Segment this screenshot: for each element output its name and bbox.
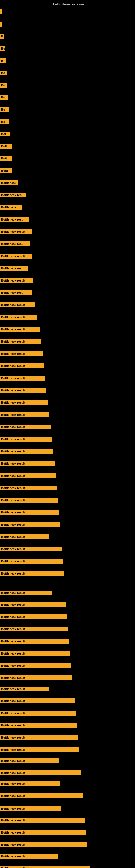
- bar-item: Bottleneck result: [0, 461, 54, 466]
- bar-item: Bottleneck resu: [0, 217, 29, 222]
- bar-item: Bottleneck result: [0, 723, 77, 728]
- bar-item: Bottleneck result: [0, 449, 53, 454]
- bar-item: Bottleneck: [0, 205, 21, 210]
- bar-label: Bottleneck resu: [0, 290, 32, 295]
- bar-label: [0, 22, 2, 27]
- site-title: TheBottlenecker.com: [0, 0, 135, 7]
- bar-label: Bottleneck result: [0, 663, 71, 668]
- bar-item: Bottleneck result: [0, 781, 60, 786]
- bar-item: Bottleneck result: [0, 699, 75, 703]
- bar-label: Bottleneck result: [0, 315, 37, 319]
- bar-item: Bottleneck result: [0, 602, 66, 607]
- bar-item: Bottleneck result: [0, 486, 57, 490]
- bar-label: Bottleneck result: [0, 686, 49, 691]
- bar-label: Bottleneck: [0, 205, 21, 210]
- bar-label: Bott: [0, 156, 12, 161]
- bar-item: Bottleneck result: [0, 854, 58, 859]
- bar-item: Bottleneck result: [0, 627, 68, 631]
- bar-label: Bottleneck result: [0, 547, 61, 552]
- bar-item: Bo: [0, 46, 5, 51]
- bar-label: Bottleneck result: [0, 254, 32, 258]
- bar-item: Bottleneck result: [0, 229, 32, 234]
- bar-item: [0, 9, 2, 14]
- bar-item: Bottleneck result: [0, 639, 69, 644]
- bar-item: Bottleneck result: [0, 711, 76, 716]
- bar-label: Bottleneck result: [0, 758, 58, 763]
- bar-label: Bottleneck result: [0, 449, 53, 454]
- bar-item: Bottleneck result: [0, 254, 32, 258]
- bar-label: Bottleneck result: [0, 486, 57, 490]
- bar-label: Bottleneck result: [0, 854, 58, 859]
- bar-label: Bottleneck result: [0, 303, 35, 307]
- bar-label: Bottleneck res: [0, 266, 28, 271]
- bar-item: Bottleneck result: [0, 510, 59, 515]
- bar-label: [0, 9, 2, 14]
- bar-item: Bottleneck result: [0, 842, 87, 847]
- bar-label: Bottleneck result: [0, 651, 70, 656]
- bar-label: Bottleneck result: [0, 675, 72, 680]
- bar-label: Bottleneck result: [0, 639, 69, 644]
- bar-label: Bottleneck result: [0, 571, 64, 576]
- bar-label: Bottleneck resu: [0, 217, 29, 222]
- bar-item: Bottleneck resu: [0, 241, 30, 246]
- bar-label: Bottleneck result: [0, 425, 51, 429]
- bar-item: Bott: [0, 156, 12, 161]
- bar-item: Bott: [0, 144, 12, 149]
- bar-label: Bottleneck res: [0, 193, 26, 197]
- bar-label: B: [0, 34, 4, 39]
- bar-item: Bo: [0, 70, 7, 75]
- bar-label: Bottleneck result: [0, 461, 54, 466]
- bar-label: Bottleneck result: [0, 412, 49, 417]
- bar-label: Bottleneck result: [0, 510, 59, 515]
- bar-item: Bottleneck result: [0, 473, 56, 478]
- bar-label: Bottleneck resu: [0, 241, 30, 246]
- bar-item: Bo: [0, 107, 9, 112]
- bar-label: Bottleneck result: [0, 842, 87, 847]
- bar-label: B: [0, 58, 6, 63]
- bar-item: [0, 22, 2, 27]
- bar-item: Bottleneck result: [0, 559, 63, 564]
- bar-item: Bottleneck result: [0, 770, 81, 775]
- bar-label: Bottleneck result: [0, 602, 66, 607]
- bar-label: Bo: [0, 95, 8, 100]
- bar-item: Bottleneck result: [0, 614, 67, 619]
- bar-label: Bottleneck result: [0, 327, 40, 332]
- bar-item: Bo: [0, 119, 9, 124]
- bar-item: Bottleneck result: [0, 522, 60, 527]
- bar-label: Bottleneck result: [0, 806, 61, 811]
- bar-item: Bottleneck result: [0, 315, 37, 319]
- bar-item: Bottleneck result: [0, 686, 49, 691]
- bar-item: Bottleneck result: [0, 339, 41, 344]
- bar-item: Bot: [0, 131, 10, 136]
- bar-item: Bottleneck result: [0, 663, 71, 668]
- bar-label: Bottleneck result: [0, 781, 60, 786]
- bar-label: Bottleneck result: [0, 364, 44, 368]
- bar-label: Bottleneck result: [0, 590, 52, 595]
- bar-label: Bottleneck result: [0, 711, 76, 716]
- bar-item: Bottleneck result: [0, 806, 61, 811]
- bar-label: Bottleneck result: [0, 278, 33, 283]
- bar-item: Bottleneck result: [0, 735, 78, 740]
- bar-item: Bottleneck result: [0, 675, 72, 680]
- bar-label: Bottleneck result: [0, 723, 77, 728]
- bar-item: Bottleneck: [0, 180, 18, 185]
- bar-label: Bottleneck result: [0, 830, 86, 835]
- bar-label: Bo: [0, 119, 9, 124]
- bar-label: Bo: [0, 70, 7, 75]
- bar-item: Bottleneck result: [0, 534, 49, 539]
- bar-label: Bottleneck result: [0, 614, 67, 619]
- bar-label: Bottleneck result: [0, 866, 90, 868]
- bar-item: Bottleneck result: [0, 425, 51, 429]
- bar-item: B: [0, 34, 4, 39]
- bar-label: Bottleneck result: [0, 818, 85, 823]
- bar-item: Bottleneck result: [0, 327, 40, 332]
- bar-item: Bottleneck result: [0, 351, 43, 356]
- bar-label: Bot: [0, 131, 10, 136]
- bar-label: Bottleneck result: [0, 400, 48, 405]
- bar-label: Bottleneck result: [0, 794, 83, 798]
- bar-item: Bo: [0, 95, 8, 100]
- bar-item: Bottleneck res: [0, 266, 28, 271]
- bar-item: Bottleneck res: [0, 193, 26, 197]
- bar-item: Bottleneck result: [0, 400, 48, 405]
- bar-item: Bottleneck result: [0, 830, 86, 835]
